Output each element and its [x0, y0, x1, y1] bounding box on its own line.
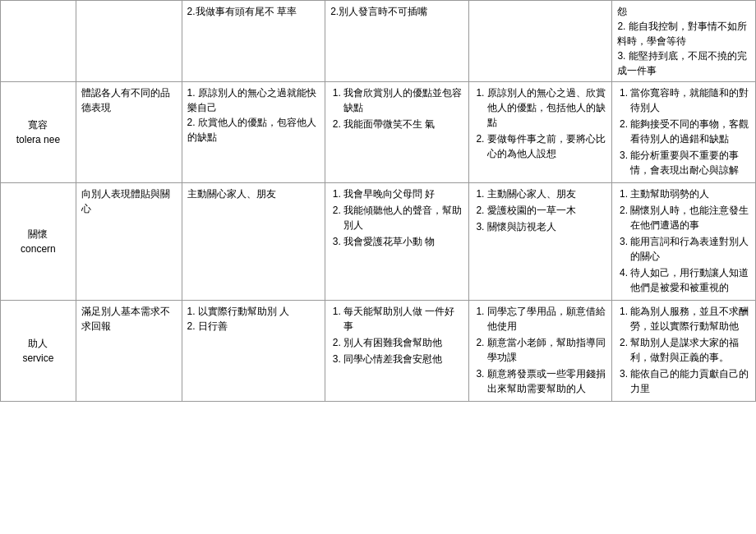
cell-continuation-col4: 2.別人發言時不可插嘴 [325, 1, 469, 82]
cell-toleranee-col5: 原諒別人的無心之過、欣賞他人的優點，包括他人的缺點 要做每件事之前，要將心比心的… [468, 82, 612, 183]
cell-service-col6: 能為別人服務，並且不求酬勞，並以實際行動幫助他 幫助別人是謀求大家的福利，做對與… [612, 301, 756, 402]
cell-toleranee-col3: 1. 原諒別人的無心之過就能快樂自己 2. 欣賞他人的優點，包容他人的缺點 [182, 82, 325, 183]
cell-continuation-col3: 2.我做事有頭有尾不 草率 [182, 1, 325, 82]
table-row-toleranee: 寬容tolera nee 體認各人有不同的品德表現 1. 原諒別人的無心之過就能… [1, 82, 756, 183]
table-row-continuation: 2.我做事有頭有尾不 草率 2.別人發言時不可插嘴 怨 2. 能自我控制，對事情… [1, 1, 756, 82]
cell-empty-2 [76, 1, 182, 82]
term-service: 助人service [1, 301, 76, 402]
table-row-service: 助人service 滿足別人基本需求不求回報 1. 以實際行動幫助別 人 2. … [1, 301, 756, 402]
cell-service-col4: 每天能幫助別人做 一件好事 別人有困難我會幫助他 同學心情差我會安慰他 [325, 301, 469, 402]
cell-toleranee-col2: 體認各人有不同的品德表現 [76, 82, 182, 183]
cell-continuation-col6: 怨 2. 能自我控制，對事情不如所料時，學會等待 3. 能堅持到底，不屈不撓的完… [612, 1, 756, 82]
cell-concern-col6: 主動幫助弱勢的人 關懷別人時，也能注意發生在他們遭遇的事 能用言詞和行為表達對別… [612, 183, 756, 301]
cell-continuation-col5 [468, 1, 612, 82]
cell-concern-col4: 我會早晚向父母問 好 我能傾聽他人的聲音，幫助別人 我會愛護花草小動 物 [325, 183, 469, 301]
cell-concern-col3: 主動關心家人、朋友 [182, 183, 325, 301]
cell-empty-1 [1, 1, 76, 82]
cell-service-col5: 同學忘了學用品，願意借給他使用 願意當小老師，幫助指導同學功課 願意將發票或一些… [468, 301, 612, 402]
cell-service-col2: 滿足別人基本需求不求回報 [76, 301, 182, 402]
term-concern: 關懷concern [1, 183, 76, 301]
cell-concern-col5: 主動關心家人、朋友 愛護校園的一草一木 關懷與訪視老人 [468, 183, 612, 301]
cell-concern-col2: 向別人表現體貼與關心 [76, 183, 182, 301]
cell-toleranee-col6: 當你寬容時，就能隨和的對待別人 能夠接受不同的事物，客觀看待別人的過錯和缺點 能… [612, 82, 756, 183]
term-toleranee: 寬容tolera nee [1, 82, 76, 183]
cell-service-col3: 1. 以實際行動幫助別 人 2. 日行善 [182, 301, 325, 402]
cell-toleranee-col4: 我會欣賞別人的優點並包容缺點 我能面帶微笑不生 氣 [325, 82, 469, 183]
table-row-concern: 關懷concern 向別人表現體貼與關心 主動關心家人、朋友 我會早晚向父母問 … [1, 183, 756, 301]
